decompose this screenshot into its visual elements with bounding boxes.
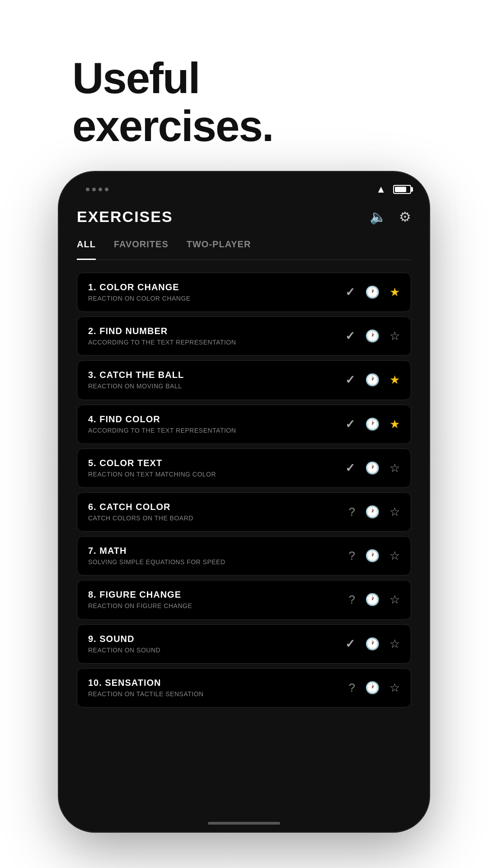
exercise-info: 9. SOUND REACTION ON SOUND [88,634,345,654]
app-header: EXERCISES 🔈 ⚙ [77,203,411,226]
exercise-item[interactable]: 10. SENSATION REACTION ON TACTILE SENSAT… [77,668,411,708]
exercise-subtitle: SOLVING SIMPLE EQUATIONS FOR SPEED [88,558,349,566]
header-icons: 🔈 ⚙ [370,209,411,225]
exercise-title: 9. SOUND [88,634,345,644]
exercise-item[interactable]: 3. CATCH THE BALL REACTION ON MOVING BAL… [77,360,411,400]
star-icon[interactable]: ☆ [389,461,400,475]
tab-favorites[interactable]: FAVORITES [114,239,169,254]
page-title: EXERCISES [77,208,173,226]
signal-dot [86,188,89,191]
exercise-info: 8. FIGURE CHANGE REACTION ON FIGURE CHAN… [88,590,349,610]
star-icon[interactable]: ☆ [389,505,400,519]
star-icon[interactable]: ★ [389,285,400,299]
exercise-info: 10. SENSATION REACTION ON TACTILE SENSAT… [88,678,349,698]
history-icon[interactable]: 🕐 [365,329,380,343]
signal-dot [92,188,96,191]
exercise-title: 5. COLOR TEXT [88,458,345,468]
history-icon[interactable]: 🕐 [365,417,380,431]
exercise-info: 4. FIND COLOR ACCORDING TO THE TEXT REPR… [88,414,345,434]
battery-fill [395,187,406,192]
exercise-title: 8. FIGURE CHANGE [88,590,349,600]
history-icon[interactable]: 🕐 [365,373,380,387]
exercise-info: 1. COLOR CHANGE REACTION ON COLOR CHANGE [88,282,345,302]
signal-dot [99,188,102,191]
history-icon[interactable]: 🕐 [365,681,380,695]
star-icon[interactable]: ☆ [389,681,400,695]
exercise-info: 2. FIND NUMBER ACCORDING TO THE TEXT REP… [88,326,345,346]
home-indicator [208,822,280,825]
exercise-item[interactable]: 8. FIGURE CHANGE REACTION ON FIGURE CHAN… [77,580,411,619]
exercise-subtitle: REACTION ON MOVING BALL [88,382,345,390]
exercise-actions: ? 🕐 ☆ [349,681,400,695]
question-icon: ? [349,681,355,695]
question-icon: ? [349,549,355,563]
exercise-item[interactable]: 6. CATCH COLOR CATCH COLORS ON THE BOARD… [77,492,411,532]
exercise-actions: ✓ 🕐 ★ [345,285,400,299]
exercise-actions: ? 🕐 ☆ [349,549,400,563]
hero-line1: Useful [72,54,273,102]
star-icon[interactable]: ☆ [389,329,400,343]
signal-dot [105,188,108,191]
exercise-title: 2. FIND NUMBER [88,326,345,336]
screen-content: EXERCISES 🔈 ⚙ ALL FAVORITES TWO-PLAYER 1… [59,199,429,708]
exercise-title: 1. COLOR CHANGE [88,282,345,292]
question-icon: ? [349,505,355,519]
exercise-subtitle: REACTION ON TEXT MATCHING COLOR [88,470,345,478]
exercise-subtitle: REACTION ON FIGURE CHANGE [88,602,349,610]
exercise-actions: ? 🕐 ☆ [349,593,400,607]
tab-two-player[interactable]: TWO-PLAYER [187,239,251,254]
check-icon: ✓ [345,637,355,651]
star-icon[interactable]: ☆ [389,549,400,563]
exercise-subtitle: CATCH COLORS ON THE BOARD [88,514,349,522]
status-bar: ▲ [59,172,429,199]
exercise-title: 10. SENSATION [88,678,349,688]
exercise-subtitle: ACCORDING TO THE TEXT REPRESENTATION [88,338,345,346]
settings-icon[interactable]: ⚙ [399,209,411,225]
tab-bar: ALL FAVORITES TWO-PLAYER [77,239,411,260]
exercise-subtitle: ACCORDING TO THE TEXT REPRESENTATION [88,426,345,434]
exercise-subtitle: REACTION ON SOUND [88,646,345,654]
tab-all[interactable]: ALL [77,239,96,254]
sound-icon[interactable]: 🔈 [370,209,386,225]
exercise-item[interactable]: 7. MATH SOLVING SIMPLE EQUATIONS FOR SPE… [77,536,411,576]
check-icon: ✓ [345,461,355,475]
star-icon[interactable]: ☆ [389,637,400,651]
exercise-title: 6. CATCH COLOR [88,502,349,512]
exercise-list: 1. COLOR CHANGE REACTION ON COLOR CHANGE… [77,273,411,708]
check-icon: ✓ [345,417,355,431]
star-icon[interactable]: ★ [389,373,400,387]
phone-frame: ▲ EXERCISES 🔈 ⚙ ALL FAVORITES TWO-PLAYER… [59,172,429,832]
check-icon: ✓ [345,373,355,387]
history-icon[interactable]: 🕐 [365,285,380,299]
exercise-actions: ✓ 🕐 ★ [345,417,400,431]
exercise-actions: ✓ 🕐 ★ [345,373,400,387]
exercise-actions: ✓ 🕐 ☆ [345,637,400,651]
history-icon[interactable]: 🕐 [365,593,380,607]
exercise-subtitle: REACTION ON TACTILE SENSATION [88,690,349,698]
hero-line2: exercises. [72,102,273,150]
exercise-item[interactable]: 2. FIND NUMBER ACCORDING TO THE TEXT REP… [77,316,411,356]
exercise-item[interactable]: 1. COLOR CHANGE REACTION ON COLOR CHANGE… [77,273,411,312]
exercise-title: 7. MATH [88,546,349,556]
battery-icon [393,185,411,194]
question-icon: ? [349,593,355,607]
exercise-actions: ? 🕐 ☆ [349,505,400,519]
exercise-item[interactable]: 4. FIND COLOR ACCORDING TO THE TEXT REPR… [77,405,411,444]
exercise-item[interactable]: 9. SOUND REACTION ON SOUND ✓ 🕐 ☆ [77,624,411,664]
exercise-item[interactable]: 5. COLOR TEXT REACTION ON TEXT MATCHING … [77,448,411,488]
history-icon[interactable]: 🕐 [365,549,380,563]
exercise-actions: ✓ 🕐 ☆ [345,461,400,475]
exercise-actions: ✓ 🕐 ☆ [345,329,400,343]
check-icon: ✓ [345,329,355,343]
signal-dots [86,188,108,191]
history-icon[interactable]: 🕐 [365,461,380,475]
history-icon[interactable]: 🕐 [365,637,380,651]
exercise-subtitle: REACTION ON COLOR CHANGE [88,294,345,302]
exercise-info: 7. MATH SOLVING SIMPLE EQUATIONS FOR SPE… [88,546,349,566]
exercise-info: 5. COLOR TEXT REACTION ON TEXT MATCHING … [88,458,345,478]
exercise-info: 3. CATCH THE BALL REACTION ON MOVING BAL… [88,370,345,390]
star-icon[interactable]: ☆ [389,593,400,607]
star-icon[interactable]: ★ [389,417,400,431]
exercise-info: 6. CATCH COLOR CATCH COLORS ON THE BOARD [88,502,349,522]
history-icon[interactable]: 🕐 [365,505,380,519]
